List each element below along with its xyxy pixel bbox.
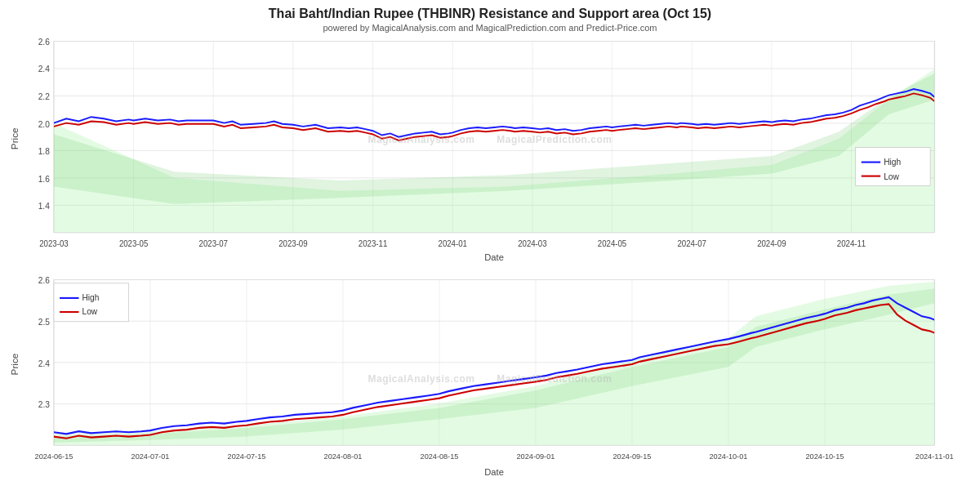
- svg-text:2.4: 2.4: [38, 359, 50, 368]
- svg-text:High: High: [884, 158, 901, 167]
- svg-text:2.0: 2.0: [38, 120, 50, 129]
- svg-text:2024-10-01: 2024-10-01: [710, 452, 748, 461]
- bottom-chart: 2.6 2.5 2.4 2.3 Price 2024-06-15 2024-07…: [8, 273, 972, 486]
- svg-text:Date: Date: [484, 252, 504, 262]
- svg-text:2023-05: 2023-05: [119, 239, 149, 248]
- top-chart: 2.6 2.4 2.2 2.0 1.8 1.6 1.4 Price 2023-0…: [8, 34, 972, 270]
- svg-text:2023-07: 2023-07: [199, 239, 228, 248]
- svg-text:2024-07: 2024-07: [677, 239, 706, 248]
- svg-text:2.3: 2.3: [38, 400, 50, 409]
- svg-text:2024-05: 2024-05: [598, 239, 627, 248]
- svg-text:2.2: 2.2: [38, 92, 50, 101]
- svg-text:2024-11: 2024-11: [837, 239, 866, 248]
- svg-text:2024-09-15: 2024-09-15: [613, 452, 652, 461]
- svg-text:2024-06-15: 2024-06-15: [35, 452, 74, 461]
- main-container: Thai Baht/Indian Rupee (THBINR) Resistan…: [0, 0, 980, 490]
- svg-text:2024-09: 2024-09: [757, 239, 786, 248]
- subtitle: powered by MagicalAnalysis.com and Magic…: [0, 23, 980, 33]
- svg-text:Low: Low: [884, 172, 899, 181]
- svg-text:1.8: 1.8: [38, 147, 50, 156]
- title-section: Thai Baht/Indian Rupee (THBINR) Resistan…: [0, 0, 980, 34]
- svg-text:2023-09: 2023-09: [278, 239, 308, 248]
- svg-text:2024-03: 2024-03: [518, 239, 547, 248]
- svg-text:2.5: 2.5: [38, 317, 50, 326]
- svg-text:2.6: 2.6: [38, 38, 50, 47]
- svg-text:2024-11-01: 2024-11-01: [915, 452, 954, 461]
- svg-text:Price: Price: [10, 353, 20, 375]
- svg-text:2024-07-01: 2024-07-01: [131, 452, 170, 461]
- svg-text:2024-01: 2024-01: [439, 239, 468, 248]
- svg-text:2.4: 2.4: [38, 65, 50, 74]
- svg-text:2023-03: 2023-03: [39, 239, 69, 248]
- svg-text:2024-08-15: 2024-08-15: [421, 452, 459, 461]
- charts-wrapper: 2.6 2.4 2.2 2.0 1.8 1.6 1.4 Price 2023-0…: [0, 34, 980, 490]
- svg-text:2.6: 2.6: [38, 275, 50, 284]
- svg-text:2023-11: 2023-11: [359, 239, 388, 248]
- svg-text:High: High: [82, 293, 100, 302]
- main-title: Thai Baht/Indian Rupee (THBINR) Resistan…: [0, 7, 980, 21]
- svg-text:2024-07-15: 2024-07-15: [228, 452, 266, 461]
- svg-text:Date: Date: [484, 466, 504, 476]
- svg-text:Price: Price: [10, 127, 20, 149]
- svg-text:2024-09-01: 2024-09-01: [517, 452, 555, 461]
- svg-text:1.6: 1.6: [38, 175, 50, 184]
- svg-text:Low: Low: [82, 307, 98, 316]
- svg-text:2024-08-01: 2024-08-01: [324, 452, 363, 461]
- svg-text:1.4: 1.4: [38, 202, 50, 211]
- svg-text:2024-10-15: 2024-10-15: [806, 452, 844, 461]
